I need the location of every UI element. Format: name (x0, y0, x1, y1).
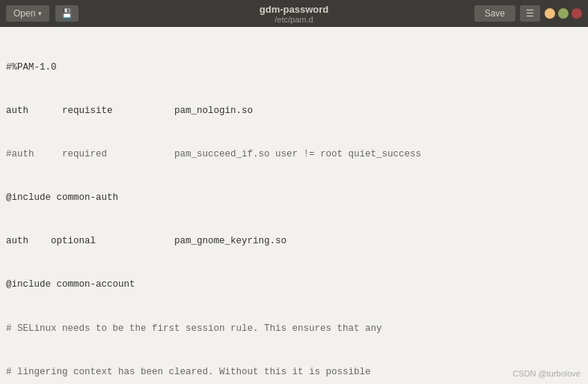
window-title: gdm-password (260, 4, 328, 15)
maximize-button[interactable] (558, 8, 569, 19)
open-button[interactable]: Open ▾ (6, 5, 49, 22)
line-6: @include common-account (6, 278, 582, 292)
titlebar: Open ▾ 💾 gdm-password /etc/pam.d Save ☰ (0, 0, 588, 27)
line-2: auth requisite pam_nologin.so (6, 104, 582, 118)
minimize-button[interactable] (545, 8, 555, 19)
titlebar-left: Open ▾ 💾 (6, 5, 79, 22)
window-subtitle: /etc/pam.d (260, 15, 328, 24)
line-3: #auth required pam_succeed_if.so user !=… (6, 147, 582, 162)
dropdown-arrow-icon: ▾ (38, 10, 42, 17)
main-window: Open ▾ 💾 gdm-password /etc/pam.d Save ☰ … (0, 0, 588, 384)
titlebar-center: gdm-password /etc/pam.d (260, 4, 328, 24)
code-content: #%PAM-1.0 auth requisite pam_nologin.so … (6, 31, 582, 384)
close-button[interactable] (572, 8, 582, 19)
titlebar-right: Save ☰ (474, 5, 582, 22)
open-label: Open (13, 8, 35, 19)
menu-button[interactable]: ☰ (520, 5, 540, 22)
editor-area[interactable]: #%PAM-1.0 auth requisite pam_nologin.so … (0, 27, 588, 384)
line-5: auth optional pam_gnome_keyring.so (6, 234, 582, 249)
window-controls (545, 8, 582, 19)
line-4: @include common-auth (6, 191, 582, 205)
line-7: # SELinux needs to be the first session … (6, 322, 582, 336)
line-8: # lingering context has been cleared. Wi… (6, 365, 582, 380)
save-button[interactable]: Save (474, 5, 515, 22)
line-1: #%PAM-1.0 (6, 61, 582, 75)
file-icon-button[interactable]: 💾 (55, 5, 79, 22)
